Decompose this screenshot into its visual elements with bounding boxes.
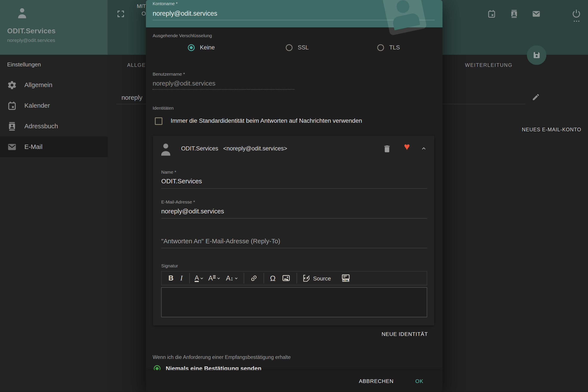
source-button[interactable]: Source	[302, 274, 331, 282]
radio-icon	[154, 365, 160, 370]
benutzername-label: Benutzername *	[152, 72, 185, 77]
font-size-button[interactable]: A ↕	[226, 274, 238, 282]
dialog-body: Ausgehende Verschlüsselung Keine SSL TLS…	[146, 27, 442, 370]
radio-tls[interactable]: TLS	[377, 44, 400, 51]
sidebar-account-email: noreply@odit.services	[7, 38, 55, 43]
tab-weiterleitung[interactable]: WEITERLEITUNG	[465, 62, 512, 68]
background-account-name: noreply	[122, 94, 142, 102]
receipts-label: Wenn ich die Anforderung einer Empfangsb…	[152, 354, 291, 360]
chevron-down-icon	[217, 276, 220, 280]
toolbar-divider	[189, 273, 190, 284]
chevron-down-icon	[200, 276, 204, 280]
mail-icon	[7, 142, 17, 152]
identity-address: <noreply@odit.services>	[223, 145, 287, 152]
sidebar-item-email[interactable]: E-Mail	[0, 136, 108, 157]
encryption-label: Ausgehende Verschlüsselung	[152, 33, 212, 38]
identity-avatar-icon	[160, 142, 172, 157]
sidebar-item-label: Adressbuch	[24, 122, 58, 130]
sidebar: ODIT.Services noreply@odit.services Eins…	[0, 0, 108, 392]
ok-button[interactable]: OK	[416, 378, 424, 384]
new-email-account-button[interactable]: NEUES E-MAIL-KONTO	[502, 127, 581, 132]
identitaeten-label: Identitäten	[152, 105, 174, 110]
collapse-chevron-up-icon[interactable]	[421, 146, 427, 152]
email-adresse-underline	[161, 218, 427, 219]
sidebar-item-kalender[interactable]: Kalender	[0, 95, 108, 116]
toolbar-divider	[296, 273, 297, 284]
save-button[interactable]	[527, 45, 546, 65]
dialog-footer: ABBRECHEN OK	[146, 370, 442, 392]
identity-display-name: ODIT.Services	[181, 145, 218, 152]
radio-icon	[188, 44, 194, 51]
save-icon	[532, 51, 541, 60]
edit-pencil-icon[interactable]	[532, 93, 540, 101]
sidebar-item-label: Allgemein	[24, 81, 52, 89]
checkbox-icon	[155, 117, 162, 125]
font-style-button[interactable]: A	[208, 274, 221, 282]
svg-text:HTML: HTML	[343, 280, 349, 282]
sidebar-item-adressbuch[interactable]: Adressbuch	[0, 116, 108, 136]
special-char-button[interactable]: Ω	[270, 274, 276, 282]
insert-image-icon[interactable]	[282, 274, 290, 282]
radio-never-receipt[interactable]: Niemals eine Bestätigung senden	[154, 365, 261, 370]
radio-ssl[interactable]: SSL	[286, 44, 309, 51]
radio-icon	[286, 44, 292, 51]
name-label: Name *	[161, 170, 176, 175]
identity-title: ODIT.Services <noreply@odit.services>	[181, 145, 287, 152]
background-title-fragment-2: O	[123, 10, 146, 16]
kontoname-input[interactable]: noreply@odit.services	[152, 10, 217, 18]
sidebar-section-label: Einstellungen	[7, 61, 41, 68]
new-identity-button[interactable]: NEUE IDENTITÄT	[382, 331, 428, 337]
radio-keine[interactable]: Keine	[188, 44, 215, 51]
bold-button[interactable]: B	[168, 274, 174, 282]
lines-glyph	[213, 275, 216, 278]
power-icon[interactable]	[572, 8, 580, 18]
toolbar-divider	[264, 273, 264, 284]
avatar-icon	[16, 7, 28, 19]
toolbar-divider	[244, 273, 244, 284]
signature-editor[interactable]	[161, 287, 427, 318]
html-icon[interactable]: HTML	[342, 274, 350, 283]
sidebar-account-name: ODIT.Services	[7, 27, 56, 35]
name-underline	[161, 188, 427, 189]
dialog-header: Kontoname * noreply@odit.services	[146, 0, 442, 27]
delete-identity-icon[interactable]	[382, 144, 392, 154]
contacts-icon	[7, 121, 17, 131]
radio-label: TLS	[389, 44, 400, 51]
signature-toolbar: B I A A A ↕	[161, 271, 427, 286]
kontoname-label: Kontoname *	[152, 2, 178, 6]
signatur-label: Signatur	[161, 263, 178, 268]
power-menu-dots	[574, 21, 580, 22]
source-label: Source	[313, 275, 331, 282]
background-title-fragment-1: MIT	[123, 3, 146, 9]
sidebar-item-label: E-Mail	[24, 143, 42, 151]
gear-icon	[7, 80, 17, 90]
source-icon	[302, 274, 310, 282]
radio-label: Keine	[200, 44, 215, 51]
sidebar-account-header: ODIT.Services noreply@odit.services	[0, 0, 108, 55]
radio-label: Niemals eine Bestätigung senden	[166, 365, 261, 370]
contacts-icon[interactable]	[510, 10, 518, 18]
radio-label: SSL	[298, 44, 308, 51]
sidebar-item-allgemein[interactable]: Allgemein	[0, 74, 108, 95]
italic-button[interactable]: I	[180, 274, 183, 282]
replyto-input[interactable]: "Antworten An" E-Mail-Adresse (Reply-To)	[161, 238, 280, 245]
favorite-heart-icon[interactable]: ♥	[404, 142, 410, 152]
account-dialog: Kontoname * noreply@odit.services Ausgeh…	[146, 0, 442, 392]
calendar-icon	[7, 101, 17, 110]
email-adresse-input[interactable]: noreply@odit.services	[161, 208, 224, 215]
cancel-button[interactable]: ABBRECHEN	[359, 378, 394, 384]
default-identity-checkbox-row[interactable]: Immer die Standardidentität beim Antwort…	[155, 117, 362, 125]
link-icon[interactable]	[250, 274, 258, 282]
calendar-icon[interactable]	[487, 10, 496, 18]
radio-icon	[377, 44, 384, 51]
benutzername-input: noreply@odit.services	[152, 80, 215, 88]
replyto-underline	[161, 248, 427, 248]
font-color-button[interactable]: A	[195, 274, 204, 282]
chevron-down-icon	[234, 276, 238, 280]
name-input[interactable]: ODIT.Services	[161, 178, 202, 185]
mail-icon[interactable]	[532, 10, 541, 18]
identity-card: ODIT.Services <noreply@odit.services> ♥ …	[153, 136, 434, 326]
sidebar-item-label: Kalender	[24, 102, 50, 110]
email-adresse-label: E-Mail-Adresse *	[161, 200, 195, 204]
benutzername-underline	[152, 89, 294, 90]
